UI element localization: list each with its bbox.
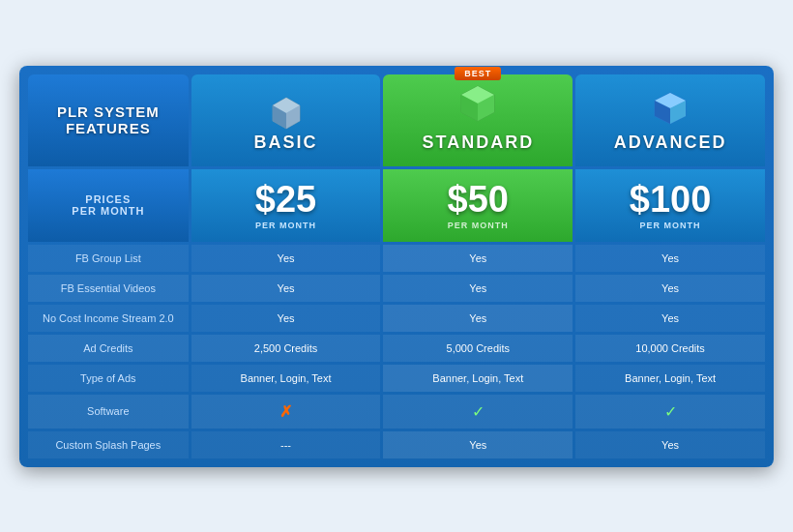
feature-label: Type of Ads (28, 365, 189, 392)
price-label-line1: PRICES (85, 193, 131, 205)
pricing-table: PLR SYSTEM FEATURES BASIC (25, 72, 768, 461)
val-advanced: Yes (575, 305, 765, 332)
basic-price: $25 (199, 181, 373, 218)
price-label-line2: PER MONTH (72, 205, 144, 217)
val-basic: --- (191, 431, 381, 458)
table-row: Ad Credits2,500 Credits5,000 Credits10,0… (28, 335, 765, 362)
val-standard: Yes (383, 275, 573, 302)
price-advanced[interactable]: $100 PER MONTH (575, 169, 765, 242)
table-row: FB Group ListYesYesYes (28, 245, 765, 272)
advanced-period: PER MONTH (583, 221, 757, 230)
features-header-line2: FEATURES (66, 120, 151, 136)
feature-label: FB Group List (28, 245, 189, 272)
standard-price: $50 (391, 181, 565, 218)
cross-icon: ✗ (279, 403, 292, 420)
val-basic: Yes (191, 275, 381, 302)
table-row: Software✗✓✓ (28, 395, 765, 429)
table-row: Custom Splash Pages---YesYes (28, 431, 765, 458)
val-standard: Yes (383, 305, 573, 332)
feature-label: No Cost Income Stream 2.0 (28, 305, 189, 332)
val-standard: 5,000 Credits (383, 335, 573, 362)
feature-label: Ad Credits (28, 335, 189, 362)
val-basic: Banner, Login, Text (191, 365, 381, 392)
val-advanced: 10,000 Credits (575, 335, 765, 362)
advanced-icon (581, 90, 759, 133)
val-advanced: Yes (575, 275, 765, 302)
val-advanced: Banner, Login, Text (575, 365, 765, 392)
val-advanced: Yes (575, 245, 765, 272)
header-row: PLR SYSTEM FEATURES BASIC (28, 74, 765, 166)
standard-plan-name: STANDARD (389, 133, 567, 153)
val-standard: Yes (383, 431, 573, 458)
table-row: FB Essential VideosYesYesYes (28, 275, 765, 302)
val-basic: Yes (191, 245, 381, 272)
plan-header-advanced[interactable]: ADVANCED (575, 74, 765, 166)
features-header-line1: PLR SYSTEM (57, 103, 160, 120)
check-icon: ✓ (664, 403, 677, 420)
standard-period: PER MONTH (391, 221, 565, 230)
feature-label: Software (28, 395, 189, 429)
val-standard: Yes (383, 245, 573, 272)
basic-icon (197, 94, 375, 133)
advanced-price: $100 (583, 181, 757, 218)
val-basic: Yes (191, 305, 381, 332)
feature-label: Custom Splash Pages (28, 431, 189, 458)
val-advanced: ✓ (575, 395, 765, 429)
best-badge: BEST (455, 67, 501, 80)
val-advanced: Yes (575, 431, 765, 458)
check-icon: ✓ (472, 403, 485, 420)
price-standard[interactable]: $50 PER MONTH (383, 169, 573, 242)
advanced-plan-name: ADVANCED (581, 133, 759, 153)
basic-plan-name: BASIC (197, 133, 375, 153)
features-header: PLR SYSTEM FEATURES (28, 74, 189, 166)
basic-period: PER MONTH (199, 221, 373, 230)
val-basic: 2,500 Credits (191, 335, 381, 362)
price-basic[interactable]: $25 PER MONTH (191, 169, 381, 242)
table-row: Type of AdsBanner, Login, TextBanner, Lo… (28, 365, 765, 392)
table-row: No Cost Income Stream 2.0YesYesYes (28, 305, 765, 332)
val-standard: ✓ (383, 395, 573, 429)
price-label: PRICES PER MONTH (28, 169, 189, 242)
price-row: PRICES PER MONTH $25 PER MONTH $50 PER M… (28, 169, 765, 242)
val-basic: ✗ (191, 395, 381, 429)
pricing-wrapper: PLR SYSTEM FEATURES BASIC (19, 66, 774, 467)
standard-icon (389, 84, 567, 133)
feature-label: FB Essential Videos (28, 275, 189, 302)
plan-header-standard[interactable]: BEST STANDARD (383, 74, 573, 166)
val-standard: Banner, Login, Text (383, 365, 573, 392)
plan-header-basic[interactable]: BASIC (191, 74, 381, 166)
